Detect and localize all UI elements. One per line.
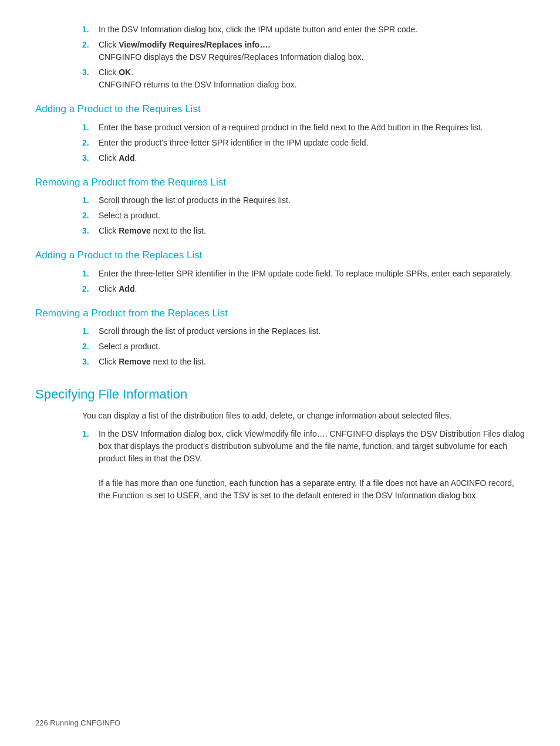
list-item: 2. Enter the product's three-letter SPR … bbox=[82, 137, 525, 149]
intro-step-1: 1. In the DSV Information dialog box, cl… bbox=[82, 23, 525, 36]
list-item: 2. Select a product. bbox=[82, 210, 525, 222]
step-number: 2. bbox=[82, 39, 95, 51]
bold-text: Add bbox=[119, 153, 134, 163]
list-item: 1. Enter the base product version of a r… bbox=[82, 121, 525, 134]
step-number: 3. bbox=[82, 66, 95, 79]
step-number: 3. bbox=[82, 356, 95, 368]
bold-text: Add bbox=[119, 284, 134, 293]
step-number: 1. bbox=[82, 268, 95, 280]
list-item: 1. Enter the three-letter SPR identifier… bbox=[82, 268, 525, 280]
specifying-intro: You can display a list of the distributi… bbox=[82, 410, 525, 422]
intro-step-3: 3. Click OK. CNFGINFO returns to the DSV… bbox=[82, 66, 525, 91]
adding-requires-heading: Adding a Product to the Requires List bbox=[35, 102, 525, 117]
step-text: Click View/modify Requires/Replaces info… bbox=[99, 39, 525, 63]
removing-requires-heading: Removing a Product from the Requires Lis… bbox=[35, 175, 525, 190]
specifying-file-info-heading: Specifying File Information bbox=[35, 384, 525, 404]
list-item: 3. Click Add. bbox=[82, 152, 525, 164]
step-number: 1. bbox=[82, 325, 95, 337]
list-item: 1. In the DSV Information dialog box, cl… bbox=[82, 428, 525, 502]
bold-text: Remove bbox=[119, 226, 150, 235]
step-text: Select a product. bbox=[99, 210, 525, 222]
step-text: Click Remove next to the list. bbox=[99, 356, 525, 368]
removing-requires-list: 1. Scroll through the list of products i… bbox=[82, 194, 525, 237]
bold-text: OK bbox=[119, 67, 131, 77]
step-text: Click Add. bbox=[99, 152, 525, 164]
step-text: Click Add. bbox=[99, 283, 525, 295]
step-number: 2. bbox=[82, 340, 95, 353]
intro-step-2: 2. Click View/modify Requires/Replaces i… bbox=[82, 39, 525, 63]
list-item: 3. Click Remove next to the list. bbox=[82, 356, 525, 368]
step-number: 1. bbox=[82, 194, 95, 207]
step-text: Scroll through the list of product versi… bbox=[99, 325, 525, 337]
list-item: 1. Scroll through the list of products i… bbox=[82, 194, 525, 207]
page: 1. In the DSV Information dialog box, cl… bbox=[0, 0, 560, 746]
bold-text: View/modify Requires/Replaces info…. bbox=[119, 40, 270, 49]
adding-replaces-list: 1. Enter the three-letter SPR identifier… bbox=[82, 268, 525, 295]
removing-replaces-heading: Removing a Product from the Replaces Lis… bbox=[35, 306, 525, 321]
list-item: 1. Scroll through the list of product ve… bbox=[82, 325, 525, 337]
step-text: In the DSV Information dialog box, click… bbox=[99, 23, 525, 36]
step-text: Click Remove next to the list. bbox=[99, 225, 525, 237]
footer-text: 226 Running CNFGINFO bbox=[35, 718, 120, 727]
adding-requires-list: 1. Enter the base product version of a r… bbox=[82, 121, 525, 164]
step-number: 1. bbox=[82, 23, 95, 36]
step-text: Enter the three-letter SPR identifier in… bbox=[99, 268, 525, 280]
step-number: 1. bbox=[82, 428, 95, 440]
adding-replaces-heading: Adding a Product to the Replaces List bbox=[35, 248, 525, 263]
intro-list: 1. In the DSV Information dialog box, cl… bbox=[82, 23, 525, 91]
bold-text: Remove bbox=[119, 357, 150, 366]
removing-replaces-list: 1. Scroll through the list of product ve… bbox=[82, 325, 525, 368]
step-number: 1. bbox=[82, 121, 95, 134]
page-footer: 226 Running CNFGINFO bbox=[35, 717, 120, 729]
step-text: Scroll through the list of products in t… bbox=[99, 194, 525, 207]
specifying-steps-list: 1. In the DSV Information dialog box, cl… bbox=[82, 428, 525, 502]
list-item: 2. Click Add. bbox=[82, 283, 525, 295]
step-number: 3. bbox=[82, 152, 95, 164]
step-text: Click OK. CNFGINFO returns to the DSV In… bbox=[99, 66, 525, 91]
list-item: 3. Click Remove next to the list. bbox=[82, 225, 525, 237]
step-text: Select a product. bbox=[99, 340, 525, 353]
step-number: 2. bbox=[82, 137, 95, 149]
step-text: In the DSV Information dialog box, click… bbox=[99, 428, 525, 502]
step-text: Enter the product's three-letter SPR ide… bbox=[99, 137, 525, 149]
list-item: 2. Select a product. bbox=[82, 340, 525, 353]
step-text: Enter the base product version of a requ… bbox=[99, 121, 525, 134]
step-number: 2. bbox=[82, 283, 95, 295]
step-number: 3. bbox=[82, 225, 95, 237]
step-number: 2. bbox=[82, 210, 95, 222]
